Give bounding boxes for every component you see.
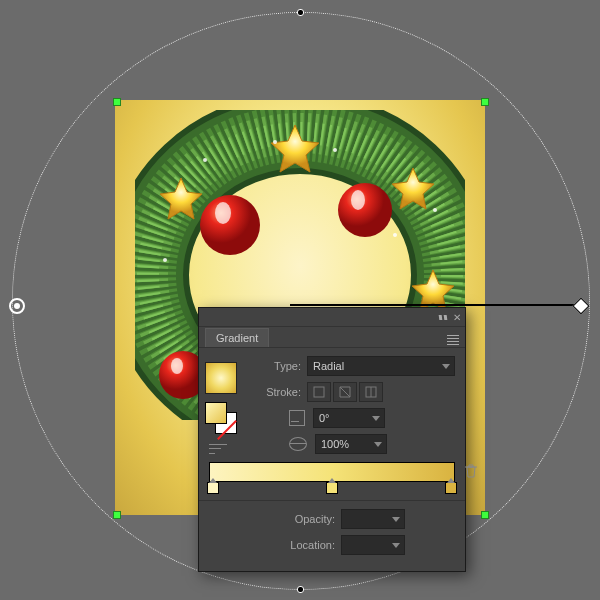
collapse-icon[interactable] [439, 315, 447, 320]
chevron-down-icon [392, 517, 400, 522]
swatch-column [205, 362, 237, 456]
gradient-stop-3[interactable] [445, 482, 457, 494]
stroke-alignment-group [307, 382, 383, 402]
chevron-down-icon [372, 416, 380, 421]
angle-input[interactable]: 0° [313, 408, 385, 428]
opacity-input[interactable] [341, 509, 405, 529]
bbox-handle-bottom[interactable] [297, 586, 304, 593]
close-icon[interactable]: ✕ [453, 312, 461, 323]
bbox-handle-top[interactable] [297, 9, 304, 16]
gradient-preview-swatch[interactable] [205, 362, 237, 394]
gradient-stop-2[interactable] [326, 482, 338, 494]
gradient-annotator-line[interactable] [290, 304, 580, 306]
gradient-stop-1[interactable] [207, 482, 219, 494]
reverse-gradient-icon[interactable] [209, 442, 227, 456]
bbox-handle-bl[interactable] [113, 511, 121, 519]
chevron-down-icon [374, 442, 382, 447]
type-label: Type: [261, 360, 301, 372]
angle-value: 0° [319, 412, 330, 424]
stroke-along-button[interactable] [333, 382, 357, 402]
chevron-down-icon [442, 364, 450, 369]
tab-label: Gradient [216, 332, 258, 344]
bbox-handle-tl[interactable] [113, 98, 121, 106]
opacity-label: Opacity: [281, 513, 335, 525]
gradient-origin-handle[interactable] [9, 298, 25, 314]
svg-rect-17 [314, 387, 324, 397]
aspect-value: 100% [321, 438, 349, 450]
divider [199, 500, 465, 501]
panel-menu-icon[interactable] [447, 335, 459, 346]
trash-icon[interactable] [465, 464, 477, 478]
chevron-down-icon [392, 543, 400, 548]
type-value: Radial [313, 360, 344, 372]
stroke-within-button[interactable] [307, 382, 331, 402]
panel-body: Type: Radial Stroke: 0° 100% [199, 348, 465, 571]
fill-stroke-swatch[interactable] [205, 402, 237, 434]
panel-tab-row: Gradient [199, 327, 465, 348]
location-label: Location: [281, 539, 335, 551]
stroke-label: Stroke: [261, 386, 301, 398]
tab-gradient[interactable]: Gradient [205, 328, 269, 347]
bbox-handle-br[interactable] [481, 511, 489, 519]
gradient-end-handle[interactable] [573, 298, 590, 315]
stroke-across-button[interactable] [359, 382, 383, 402]
type-dropdown[interactable]: Radial [307, 356, 455, 376]
panel-header[interactable]: ✕ [199, 308, 465, 327]
aspect-ratio-icon [289, 437, 307, 451]
gradient-ramp[interactable] [209, 462, 455, 482]
aspect-input[interactable]: 100% [315, 434, 387, 454]
bbox-handle-tr[interactable] [481, 98, 489, 106]
location-input[interactable] [341, 535, 405, 555]
angle-icon [289, 410, 305, 426]
gradient-panel: ✕ Gradient Type: Radial Stroke: [198, 307, 466, 572]
